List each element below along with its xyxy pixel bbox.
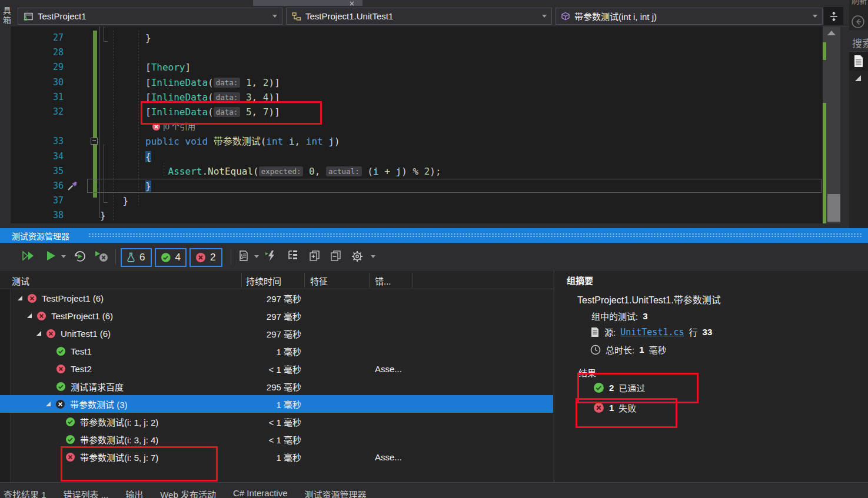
test-explorer-titlebar[interactable]: 测试资源管理器 <box>0 228 868 243</box>
document-icon <box>853 55 864 68</box>
play-icon <box>46 250 56 262</box>
code-line[interactable]: 37 } <box>11 193 823 208</box>
project-dropdown[interactable]: TestProject1 <box>18 8 282 25</box>
run-all-tests-button[interactable] <box>21 250 36 264</box>
code-line[interactable]: 35 Assert.NotEqual(expected: 0, actual: … <box>11 164 823 179</box>
expander-icon[interactable] <box>27 313 32 318</box>
member-dropdown[interactable]: 带参数测试(int i, int j) <box>556 8 823 25</box>
column-test[interactable]: 测试 <box>12 275 29 287</box>
bottom-tool-window-tab[interactable]: Web 发布活动 <box>160 488 216 498</box>
filter-failed-tests-chip[interactable]: 2 <box>189 248 222 267</box>
back-button[interactable] <box>851 15 865 31</box>
chevron-down-icon <box>813 15 817 18</box>
code-editor[interactable]: 27 }2829 [Theory]30 [InlineData(data: 1,… <box>11 26 823 223</box>
expander-icon[interactable] <box>46 402 51 406</box>
line-margin <box>64 45 100 60</box>
line-number: 30 <box>11 75 64 90</box>
test-tree-row[interactable]: 测试请求百度295 毫秒 <box>0 377 553 395</box>
run-tests-button[interactable] <box>46 250 56 264</box>
fold-collapse-toggle[interactable] <box>91 138 98 145</box>
line-margin <box>64 75 100 90</box>
column-error[interactable]: 错... <box>375 275 391 287</box>
code-line[interactable]: 29 [Theory] <box>11 60 823 75</box>
code-line[interactable]: 28 <box>11 45 823 60</box>
filter-all-tests-chip[interactable]: 6 <box>121 248 152 267</box>
test-tree-row[interactable]: 带参数测试(i: 3, j: 4)< 1 毫秒 <box>0 430 553 448</box>
expander-icon[interactable] <box>36 331 41 336</box>
code-line[interactable]: 32 [InlineData(data: 5, 7)] <box>11 105 823 119</box>
hierarchy-icon <box>287 250 299 260</box>
playlist-dropdown-caret[interactable] <box>254 255 259 258</box>
code-line[interactable]: |0 个引用 <box>11 119 823 134</box>
editor-scrollbar[interactable] <box>823 26 840 223</box>
column-divider[interactable] <box>304 273 305 288</box>
filter-passed-tests-chip[interactable]: 4 <box>155 248 187 267</box>
expander-icon[interactable] <box>855 75 861 81</box>
scrollbar-thumb[interactable] <box>827 194 840 222</box>
code-line[interactable]: 30 [InlineData(data: 1, 2)] <box>11 75 823 90</box>
run-failed-tests-button[interactable] <box>94 250 109 265</box>
test-duration: 295 毫秒 <box>244 380 301 393</box>
test-state-icon <box>27 293 37 303</box>
test-duration: < 1 毫秒 <box>244 416 301 428</box>
column-duration[interactable]: 持续时间 <box>246 275 281 287</box>
total-duration-label: 总时长: <box>606 343 634 356</box>
source-label: 源: <box>604 326 616 338</box>
scroll-up-icon[interactable] <box>827 31 836 35</box>
line-margin <box>64 179 100 193</box>
document-tile[interactable] <box>849 52 868 71</box>
codelens-references[interactable]: |0 个引用 <box>163 119 195 134</box>
collapse-all-button[interactable] <box>330 250 341 264</box>
column-divider[interactable] <box>412 273 413 288</box>
code-line[interactable]: 34 { <box>11 149 823 164</box>
side-panel-partial-label: 刷新 <box>852 0 867 6</box>
repeat-last-run-button[interactable] <box>73 250 87 265</box>
document-tab-unittest1[interactable] <box>253 0 363 6</box>
code-line[interactable]: 36 } <box>11 179 823 193</box>
test-tree-row[interactable]: 带参数测试(i: 1, j: 2)< 1 毫秒 <box>0 413 553 430</box>
toolbox-vertical-tab[interactable]: 工具箱 <box>0 6 11 223</box>
close-icon[interactable] <box>350 1 354 6</box>
code-line[interactable]: 33 public void 带参数测试(int i, int j) <box>11 134 823 149</box>
expander-icon[interactable] <box>18 296 22 300</box>
group-summary-panel: 组摘要 TestProject1.UnitTest1.带参数测试 组中的测试: … <box>554 271 868 482</box>
test-tree-row[interactable]: 带参数测试 (3)1 毫秒 <box>0 395 553 413</box>
split-editor-button[interactable] <box>824 7 843 25</box>
failed-result-row: 1 失败 <box>593 402 636 414</box>
test-tree-row[interactable]: 带参数测试(i: 5, j: 7)1 毫秒Asse... <box>0 448 553 466</box>
test-tree-row[interactable]: TestProject1 (6)297 毫秒 <box>0 307 553 325</box>
run-dropdown-caret[interactable] <box>61 255 66 258</box>
bottom-tool-window-tab[interactable]: 输出 <box>125 488 143 498</box>
bottom-tool-window-tab[interactable]: 查找结果 1 <box>4 488 46 498</box>
column-divider[interactable] <box>369 273 370 288</box>
run-after-build-button[interactable] <box>265 250 277 264</box>
settings-dropdown-caret[interactable] <box>371 255 375 258</box>
type-dropdown[interactable]: TestProject1.UnitTest1 <box>286 8 552 25</box>
run-cancel-icon <box>94 250 109 263</box>
code-line[interactable]: 31 [InlineData(data: 3, 4)] <box>11 90 823 105</box>
group-by-button[interactable] <box>287 250 299 263</box>
visual-studio-window: TestProject1 TestProject1.UnitTest1 带参数测… <box>0 0 868 498</box>
code-text: { <box>100 149 151 164</box>
search-input[interactable]: 搜索 <box>849 31 868 52</box>
test-tree-row[interactable]: Test11 毫秒 <box>0 342 553 360</box>
column-traits[interactable]: 特征 <box>310 275 328 287</box>
expand-all-button[interactable] <box>308 250 320 264</box>
playlist-button[interactable] <box>238 250 250 264</box>
source-file-link[interactable]: UnitTest1.cs <box>620 327 684 337</box>
test-passed-icon <box>56 382 66 392</box>
total-duration-unit: 毫秒 <box>649 343 667 356</box>
settings-button[interactable] <box>351 250 364 265</box>
test-name: TestProject1 (6) <box>42 293 104 303</box>
bottom-tool-window-tab[interactable]: 错误列表 ... <box>64 488 109 498</box>
test-tree-row[interactable]: Test2< 1 毫秒Asse... <box>0 360 553 377</box>
test-tree-row[interactable]: UnitTest1 (6)297 毫秒 <box>0 325 553 342</box>
code-line[interactable]: 38} <box>11 208 823 223</box>
bottom-tool-window-tab[interactable]: C# Interactive <box>233 488 288 498</box>
bottom-tool-window-tab[interactable]: 测试资源管理器 <box>305 488 367 498</box>
code-line[interactable]: 27 } <box>11 31 823 45</box>
toolbar-separator <box>115 249 116 265</box>
test-tree: TestProject1 (6)297 毫秒TestProject1 (6)29… <box>0 289 553 466</box>
test-tree-row[interactable]: TestProject1 (6)297 毫秒 <box>0 289 553 307</box>
column-divider[interactable] <box>241 273 242 288</box>
